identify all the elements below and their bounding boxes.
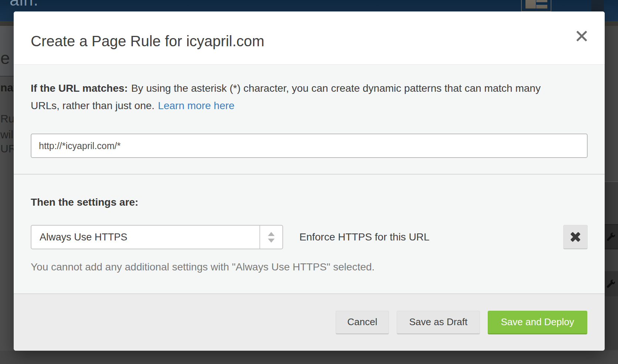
settings-section: Then the settings are: Always Use HTTPS … (14, 175, 605, 293)
background-edit-rule-row (605, 224, 618, 249)
modal-footer: Cancel Save as Draft Save and Deploy (14, 293, 605, 351)
setting-row: Always Use HTTPS Enforce HTTPS for this … (31, 225, 588, 249)
save-as-draft-button[interactable]: Save as Draft (397, 311, 480, 334)
url-match-description: If the URL matches:By using the asterisk… (31, 80, 567, 114)
modal-header: Create a Page Rule for icyapril.com (14, 11, 605, 65)
background-text-fragment: Ru (0, 112, 14, 125)
setting-description: Enforce HTTPS for this URL (299, 231, 430, 243)
up-down-arrows-icon (259, 226, 282, 249)
remove-setting-button[interactable] (563, 225, 588, 249)
create-page-rule-modal: Create a Page Rule for icyapril.com If t… (14, 11, 605, 351)
cancel-button[interactable]: Cancel (336, 311, 389, 334)
background-heading-fragment: ain. (10, 0, 38, 10)
background-text-fragment: nav (0, 81, 14, 94)
url-match-label: If the URL matches: (31, 82, 128, 94)
learn-more-link[interactable]: Learn more here (158, 100, 235, 111)
page-rules-screen: { "background": { "top_text": "ain.", "l… (0, 0, 618, 364)
background-left-content: e nav Ru will UR (0, 26, 14, 351)
layout-toggle-icon (521, 0, 551, 12)
background-edit-rule-row (605, 271, 618, 296)
settings-heading: Then the settings are: (31, 196, 588, 209)
background-text-fragment: e (0, 48, 10, 68)
close-icon[interactable] (574, 29, 589, 44)
url-pattern-input[interactable] (31, 134, 588, 158)
wrench-icon (606, 232, 616, 242)
modal-title: Create a Page Rule for icyapril.com (31, 32, 264, 50)
setting-select-value: Always Use HTTPS (40, 232, 127, 243)
setting-note: You cannot add any additional settings w… (31, 260, 588, 274)
url-match-section: If the URL matches:By using the asterisk… (14, 65, 605, 174)
background-rules-list-edge (605, 26, 618, 351)
setting-select[interactable]: Always Use HTTPS (31, 225, 283, 249)
wrench-icon (606, 279, 616, 289)
background-text-fragment: UR (0, 142, 14, 155)
save-and-deploy-button[interactable]: Save and Deploy (488, 311, 587, 334)
background-text-fragment: will (0, 128, 14, 141)
